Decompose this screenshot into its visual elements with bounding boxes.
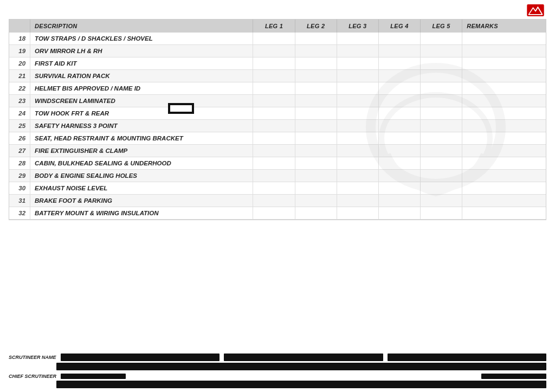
- row-description: CABIN, BULKHEAD SEALING & UNDERHOOD: [30, 157, 253, 170]
- col-header-leg4: LEG 4: [378, 20, 420, 33]
- table-row: 23WINDSCREEN LAMINATED: [9, 95, 546, 107]
- row-leg2: [295, 207, 337, 220]
- row-remarks: [462, 195, 546, 207]
- row-remarks: [462, 157, 546, 170]
- row-description: FIRE EXTINGUISHER & CLAMP: [30, 145, 253, 157]
- row-remarks: [462, 33, 546, 45]
- row-leg4: [378, 195, 420, 207]
- row-description: SEAT, HEAD RESTRAINT & MOUNTING BRACKET: [30, 132, 253, 145]
- row-number: 31: [9, 195, 30, 207]
- row-remarks: [462, 170, 546, 182]
- row-leg2: [295, 120, 337, 132]
- row-leg4: [378, 207, 420, 220]
- footer-row-scrutineer: SCRUTINEER NAME: [9, 354, 546, 361]
- row-description: FIRST AID KIT: [30, 57, 253, 70]
- row-leg2: [295, 170, 337, 182]
- row-number: 28: [9, 157, 30, 170]
- col-header-description: DESCRIPTION: [30, 20, 253, 33]
- row-leg4: [378, 82, 420, 95]
- logo-container: [525, 4, 546, 17]
- row-number: 29: [9, 170, 30, 182]
- row-leg4: [378, 33, 420, 45]
- row-leg4: [378, 170, 420, 182]
- table-row: 30EXHAUST NOISE LEVEL: [9, 182, 546, 195]
- row-leg5: [421, 33, 462, 45]
- table-row: 29BODY & ENGINE SEALING HOLES: [9, 170, 546, 182]
- row-number: 18: [9, 33, 30, 45]
- row-leg3: [337, 33, 378, 45]
- row-remarks: [462, 82, 546, 95]
- row-leg4: [378, 70, 420, 82]
- row-description: ORV MIRROR LH & RH: [30, 45, 253, 57]
- row-description: BATTERY MOUNT & WIRING INSULATION: [30, 207, 253, 220]
- row-leg2: [295, 95, 337, 107]
- row-leg4: [378, 120, 420, 132]
- row-description: TOW HOOK FRT & REAR: [30, 107, 253, 120]
- col-header-num: [9, 20, 30, 33]
- row-leg1: [253, 120, 295, 132]
- logo-mountain-icon: [527, 4, 544, 16]
- row-leg3: [337, 45, 378, 57]
- row-number: 30: [9, 182, 30, 195]
- row-leg1: [253, 132, 295, 145]
- row-leg5: [421, 70, 462, 82]
- row-number: 27: [9, 145, 30, 157]
- row-remarks: [462, 45, 546, 57]
- row-remarks: [462, 182, 546, 195]
- row-leg2: [295, 145, 337, 157]
- row-description: SURVIVAL RATION PACK: [30, 70, 253, 82]
- row-leg4: [378, 57, 420, 70]
- table-header-row: DESCRIPTION LEG 1 LEG 2 LEG 3 LEG 4 LEG …: [9, 20, 546, 33]
- row-remarks: [462, 57, 546, 70]
- row-leg3: [337, 145, 378, 157]
- row-leg3: [337, 207, 378, 220]
- row-leg3: [337, 170, 378, 182]
- row-leg1: [253, 82, 295, 95]
- footer-bar-full2: [56, 381, 546, 388]
- row-leg3: [337, 195, 378, 207]
- row-number: 25: [9, 120, 30, 132]
- row-remarks: [462, 132, 546, 145]
- row-leg2: [295, 107, 337, 120]
- row-number: 20: [9, 57, 30, 70]
- row-leg3: [337, 107, 378, 120]
- row-description: WINDSCREEN LAMINATED: [30, 95, 253, 107]
- row-leg5: [421, 82, 462, 95]
- row-leg4: [378, 95, 420, 107]
- footer-area: SCRUTINEER NAME CHIEF SCRUTINEER: [0, 348, 555, 392]
- row-leg3: [337, 182, 378, 195]
- row-description: TOW STRAPS / D SHACKLES / SHOVEL: [30, 33, 253, 45]
- row-leg3: [337, 70, 378, 82]
- sample-stamp: [168, 103, 194, 114]
- footer-chief-bar2: [481, 374, 546, 379]
- row-leg5: [421, 195, 462, 207]
- table-row: 32BATTERY MOUNT & WIRING INSULATION: [9, 207, 546, 220]
- table-row: 18TOW STRAPS / D SHACKLES / SHOVEL: [9, 33, 546, 45]
- footer-scrutineer-bar2: [224, 354, 383, 361]
- row-remarks: [462, 107, 546, 120]
- row-leg5: [421, 57, 462, 70]
- row-remarks: [462, 95, 546, 107]
- row-leg3: [337, 82, 378, 95]
- table-row: 26SEAT, HEAD RESTRAINT & MOUNTING BRACKE…: [9, 132, 546, 145]
- row-remarks: [462, 145, 546, 157]
- row-leg5: [421, 132, 462, 145]
- row-leg4: [378, 132, 420, 145]
- row-leg3: [337, 157, 378, 170]
- row-leg1: [253, 33, 295, 45]
- row-leg1: [253, 195, 295, 207]
- row-leg4: [378, 107, 420, 120]
- row-remarks: [462, 120, 546, 132]
- row-leg1: [253, 170, 295, 182]
- row-leg2: [295, 132, 337, 145]
- checklist-table: DESCRIPTION LEG 1 LEG 2 LEG 3 LEG 4 LEG …: [9, 20, 546, 220]
- col-header-leg5: LEG 5: [421, 20, 462, 33]
- logo-text: [525, 4, 546, 16]
- row-leg1: [253, 45, 295, 57]
- table-row: 25SAFETY HARNESS 3 POINT: [9, 120, 546, 132]
- col-header-remarks: REMARKS: [462, 20, 546, 33]
- row-leg5: [421, 107, 462, 120]
- table-row: 21SURVIVAL RATION PACK: [9, 70, 546, 82]
- row-leg1: [253, 95, 295, 107]
- row-leg2: [295, 45, 337, 57]
